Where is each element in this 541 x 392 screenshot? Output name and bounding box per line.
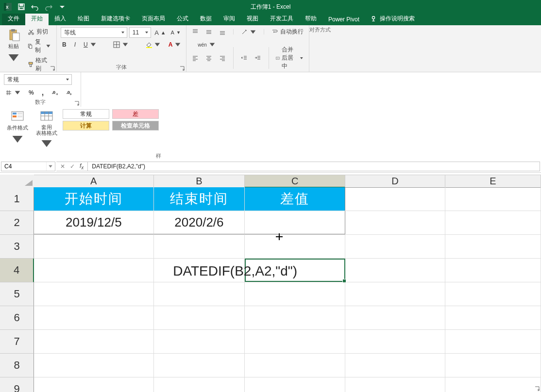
cell-E2[interactable]: [445, 211, 541, 234]
increase-indent-icon[interactable]: [253, 54, 263, 62]
enter-formula-icon[interactable]: ✓: [70, 163, 75, 170]
cell-D1[interactable]: [345, 187, 445, 211]
cell-A5[interactable]: [34, 282, 154, 306]
fill-color-button[interactable]: [144, 41, 162, 49]
formula-input[interactable]: DATEDIF(B2,A2,"d"): [88, 162, 540, 171]
accounting-format-icon[interactable]: [4, 89, 22, 97]
tab-help[interactable]: 帮助: [299, 13, 322, 25]
cut-button[interactable]: 剪切: [26, 27, 52, 36]
cell-B1[interactable]: 结束时间: [154, 187, 245, 211]
cell-D4[interactable]: [345, 259, 445, 282]
spreadsheet-grid[interactable]: ABCDE 1234567891011 开始时间结束时间差值2019/12/52…: [0, 173, 541, 392]
row-header-5[interactable]: 5: [0, 282, 34, 306]
select-all-corner[interactable]: [0, 175, 34, 188]
align-left-icon[interactable]: [190, 54, 200, 62]
cell-A1[interactable]: 开始时间: [34, 187, 154, 211]
cell-A6[interactable]: [34, 306, 154, 329]
row-header-2[interactable]: 2: [0, 211, 34, 235]
cell-E8[interactable]: [445, 354, 541, 377]
cell-B5[interactable]: [154, 282, 245, 306]
align-bottom-icon[interactable]: [218, 28, 227, 36]
cell-D3[interactable]: [345, 235, 445, 258]
borders-button[interactable]: [112, 41, 130, 49]
cell-A9[interactable]: [34, 377, 154, 392]
cell-A4[interactable]: [34, 259, 154, 282]
cell-B6[interactable]: [154, 306, 245, 329]
tab-file[interactable]: 文件: [2, 13, 25, 25]
cell-D7[interactable]: [345, 330, 445, 353]
fill-handle[interactable]: [342, 279, 346, 283]
cell-B7[interactable]: [154, 330, 245, 353]
row-header-6[interactable]: 6: [0, 306, 34, 330]
number-dialog-launcher-icon[interactable]: [74, 99, 80, 105]
cell-C7[interactable]: [245, 330, 345, 353]
cell-A3[interactable]: [34, 235, 154, 258]
increase-font-icon[interactable]: A▲: [153, 29, 167, 37]
cell-D9[interactable]: [345, 377, 445, 392]
cell-E7[interactable]: [445, 330, 541, 353]
cell-C6[interactable]: [245, 306, 345, 329]
name-box[interactable]: [1, 162, 55, 171]
tab-formula[interactable]: 公式: [171, 13, 194, 25]
column-header-A[interactable]: A: [34, 175, 154, 188]
font-color-button[interactable]: A: [167, 41, 183, 49]
style-normal[interactable]: 常规: [63, 109, 109, 119]
column-header-E[interactable]: E: [445, 175, 541, 188]
cell-C5[interactable]: [245, 282, 345, 306]
cell-D2[interactable]: [345, 211, 445, 234]
cell-B3[interactable]: [154, 235, 245, 258]
percent-icon[interactable]: %: [27, 89, 35, 97]
cell-D6[interactable]: [345, 306, 445, 329]
style-check[interactable]: 检查单元格: [112, 121, 159, 131]
cell-C4[interactable]: DATEDIF(B2,A2,"d"): [245, 259, 345, 282]
number-format-select[interactable]: 常规: [4, 74, 72, 85]
cell-C2[interactable]: [245, 211, 345, 234]
cancel-formula-icon[interactable]: ✕: [60, 163, 65, 170]
font-dialog-launcher-icon[interactable]: [179, 65, 185, 70]
copy-button[interactable]: 复制: [26, 37, 52, 55]
cell-C8[interactable]: [245, 354, 345, 377]
tab-view[interactable]: 视图: [241, 13, 264, 25]
cell-E6[interactable]: [445, 306, 541, 329]
font-size-select[interactable]: 11: [129, 27, 151, 38]
qat-customize-icon[interactable]: [58, 3, 66, 11]
cell-E4[interactable]: [445, 259, 541, 282]
tab-insert[interactable]: 插入: [49, 13, 72, 25]
column-header-C[interactable]: C: [245, 175, 345, 188]
save-icon[interactable]: [17, 3, 25, 11]
merge-center-button[interactable]: 合并后居中: [274, 45, 305, 71]
row-header-3[interactable]: 3: [0, 235, 34, 259]
cell-E3[interactable]: [445, 235, 541, 258]
column-header-D[interactable]: D: [345, 175, 445, 188]
cell-C9[interactable]: [245, 377, 345, 392]
cell-D8[interactable]: [345, 354, 445, 377]
cell-B9[interactable]: [154, 377, 245, 392]
decrease-font-icon[interactable]: A▼: [169, 29, 182, 36]
format-as-table-button[interactable]: 套用 表格格式: [33, 109, 60, 151]
decrease-decimal-icon[interactable]: .0: [65, 89, 74, 97]
style-bad[interactable]: 差: [112, 109, 159, 119]
conditional-format-button[interactable]: 条件格式: [4, 109, 31, 147]
cells-area[interactable]: 开始时间结束时间差值2019/12/52020/2/6DATEDIF(B2,A2…: [34, 187, 541, 392]
paste-button[interactable]: 粘贴: [4, 27, 23, 65]
name-box-dropdown-icon[interactable]: [46, 162, 54, 171]
tab-newtab[interactable]: 新建选项卡: [95, 13, 136, 25]
italic-button[interactable]: I: [73, 41, 77, 49]
row-header-8[interactable]: 8: [0, 354, 34, 377]
undo-icon[interactable]: [31, 3, 39, 11]
redo-icon[interactable]: [45, 3, 52, 11]
orientation-icon[interactable]: [239, 28, 258, 36]
align-center-icon[interactable]: [204, 54, 214, 62]
clipboard-dialog-launcher-icon[interactable]: [50, 65, 55, 70]
cell-A7[interactable]: [34, 330, 154, 353]
tab-layout[interactable]: 页面布局: [136, 13, 171, 25]
row-header-4[interactable]: 4: [0, 259, 34, 282]
format-painter-button[interactable]: 格式刷: [26, 56, 52, 73]
tab-home[interactable]: 开始: [25, 13, 49, 25]
insert-function-icon[interactable]: fx: [80, 163, 84, 170]
tab-dev[interactable]: 开发工具: [264, 13, 299, 25]
comma-icon[interactable]: ,: [40, 88, 45, 98]
row-header-9[interactable]: 9: [0, 377, 34, 392]
align-top-icon[interactable]: [190, 28, 200, 36]
column-header-B[interactable]: B: [154, 175, 245, 188]
